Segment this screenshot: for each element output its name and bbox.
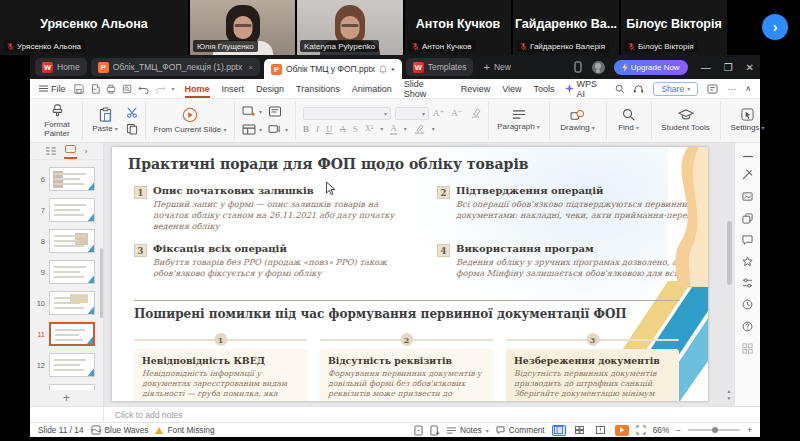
student-tools-button[interactable]: Student Tools — [659, 109, 713, 132]
file-menu[interactable]: File — [39, 84, 66, 94]
comment-toggle[interactable]: Comment — [496, 425, 545, 435]
participant-tile[interactable]: Юлія Глущенко — [190, 0, 295, 55]
more-options-button[interactable]: ··· — [727, 84, 736, 94]
tab-home[interactable]: W Home — [35, 58, 87, 76]
slide-thumbnail[interactable]: 8 — [32, 229, 99, 253]
fullscreen-icon[interactable] — [636, 425, 646, 435]
format-painter-button[interactable]: Format Painter — [39, 103, 75, 138]
add-slide-button[interactable]: + — [30, 390, 103, 406]
print-icon[interactable] — [106, 84, 116, 94]
print-preview-icon[interactable] — [122, 84, 132, 94]
outline-view-icon[interactable] — [46, 147, 56, 155]
highlight-color-icon[interactable] — [414, 124, 425, 134]
collapse-ribbon-button[interactable]: ∧ — [745, 84, 751, 93]
font-name-select[interactable]: ▾ — [303, 107, 391, 120]
participant-tile[interactable]: Білоус Вікторія Білоус Вікторія — [621, 0, 727, 55]
decrease-font-button[interactable]: A⁻ — [451, 108, 462, 118]
new-slide-icon[interactable] — [242, 106, 256, 117]
slide-canvas[interactable]: Практичні поради для ФОП щодо обліку тов… — [112, 147, 708, 401]
font-missing-warning[interactable]: Font Missing — [155, 425, 214, 435]
window-maximize-button[interactable]: ❐ — [724, 62, 733, 73]
slide-thumbnail[interactable]: 12 — [32, 353, 99, 377]
participant-tile[interactable]: Урясенко Альона Урясенко Альона — [0, 0, 188, 55]
export-pdf-icon[interactable] — [90, 84, 100, 94]
slide-layout-icon[interactable] — [242, 124, 256, 135]
comment-icon[interactable] — [742, 235, 753, 245]
media-gallery-icon[interactable] — [742, 191, 753, 202]
thumbnail-view-icon[interactable] — [65, 145, 76, 157]
menu-tab-tools[interactable]: Tools — [532, 84, 557, 94]
play-from-current-slide-button[interactable]: From Current Slide ▾ — [153, 107, 227, 134]
font-color-button[interactable]: A — [390, 123, 397, 135]
undo-icon[interactable] — [138, 84, 149, 94]
slide-thumbnail-selected[interactable]: 11 — [32, 322, 99, 346]
menu-tab-transitions[interactable]: Transitions — [294, 84, 342, 94]
section-icon[interactable] — [268, 124, 282, 135]
upgrade-now-button[interactable]: Upgrade Now — [614, 60, 688, 75]
cut-icon[interactable] — [126, 107, 138, 118]
menu-tab-review[interactable]: Review — [459, 84, 493, 94]
bold-button[interactable]: B — [303, 124, 309, 134]
tab-document-1[interactable]: P Облік_ТМЦ_ФОП_лекція (1).pptx × — [91, 58, 260, 76]
reading-view-button[interactable] — [594, 425, 608, 436]
theme-indicator[interactable]: Blue Waves — [91, 425, 149, 435]
zoom-slider[interactable] — [688, 429, 740, 431]
tab-document-2-active[interactable]: P Облік ТМЦ у ФОП.pptx ● — [264, 59, 402, 79]
window-close-button[interactable]: ✕ — [746, 62, 754, 73]
italic-button[interactable]: I — [316, 124, 319, 134]
mobile-device-icon[interactable] — [573, 61, 583, 73]
apps-grid-icon[interactable] — [742, 343, 753, 354]
slide-thumbnail[interactable]: 7 — [32, 198, 99, 222]
layers-icon[interactable] — [742, 213, 753, 224]
history-clock-icon[interactable] — [742, 299, 753, 310]
menu-tab-view[interactable]: View — [500, 84, 523, 94]
clear-format-icon[interactable] — [470, 108, 481, 118]
help-icon[interactable] — [742, 321, 753, 332]
slide-thumbnail[interactable]: 9 — [32, 260, 99, 284]
chevron-down-icon[interactable]: ▾ — [172, 85, 175, 92]
slide-page-add-icon[interactable] — [430, 425, 440, 436]
notes-toggle[interactable]: Notes▾ — [447, 425, 489, 435]
share-button[interactable]: Share ▾ — [653, 82, 698, 96]
star-favorites-icon[interactable] — [742, 256, 753, 267]
wps-ai-button[interactable]: WPS AI — [565, 79, 608, 99]
collapse-panel-icon[interactable]: › — [85, 147, 88, 156]
slide-thumbnail[interactable]: 10 — [32, 291, 99, 315]
next-participants-button[interactable]: › — [762, 14, 788, 40]
menu-tab-home[interactable]: Home — [183, 84, 212, 94]
drawing-button[interactable]: Drawing ▾ — [557, 109, 599, 132]
slide-sorter-view-button[interactable] — [573, 425, 587, 436]
copy-icon[interactable] — [126, 123, 138, 135]
account-avatar[interactable] — [592, 61, 605, 74]
close-tab-icon[interactable]: × — [248, 63, 253, 72]
strikethrough-button[interactable]: A — [340, 124, 347, 134]
font-size-select[interactable]: ▾ — [395, 107, 429, 120]
increase-font-button[interactable]: A⁺ — [433, 108, 444, 118]
menu-tab-insert[interactable]: Insert — [220, 84, 247, 94]
paste-button[interactable]: Paste ▾ — [90, 107, 120, 133]
menu-tab-slideshow[interactable]: Slide Show — [402, 79, 451, 99]
paragraph-button[interactable]: Paragraph ▾ — [496, 109, 542, 131]
hide-sidebar-icon[interactable] — [743, 155, 753, 158]
search-icon[interactable] — [615, 84, 625, 94]
redo-icon[interactable] — [155, 84, 166, 94]
notes-placeholder[interactable]: Click to add notes — [104, 410, 183, 420]
support-headset-icon[interactable] — [633, 84, 644, 94]
adjust-settings-icon[interactable] — [742, 278, 753, 288]
reset-slide-icon[interactable] — [268, 106, 282, 117]
superscript-button[interactable]: X² — [365, 124, 373, 133]
find-button[interactable]: Find ▾ — [614, 108, 644, 132]
resume-assistant-icon[interactable] — [707, 84, 718, 94]
new-tab-button[interactable]: + New — [477, 61, 516, 73]
participant-tile-active-speaker[interactable]: Kateryna Pylypenko — [297, 0, 403, 55]
participant-tile[interactable]: Гайдаренко Ва... Гайдаренко Валерія — [513, 0, 619, 55]
workspace-scrollbar[interactable] — [727, 221, 732, 285]
shadow-button[interactable]: S — [353, 124, 358, 134]
zoom-slider-knob[interactable] — [712, 427, 718, 433]
save-icon[interactable] — [74, 84, 84, 94]
participant-tile[interactable]: Антон Кучков Антон Кучков — [405, 0, 511, 55]
zoom-out-button[interactable]: − — [676, 425, 681, 435]
menu-tab-animation[interactable]: Animation — [350, 84, 394, 94]
settings-button[interactable]: Settings ▾ — [728, 108, 768, 132]
underline-button[interactable]: U — [326, 124, 333, 134]
